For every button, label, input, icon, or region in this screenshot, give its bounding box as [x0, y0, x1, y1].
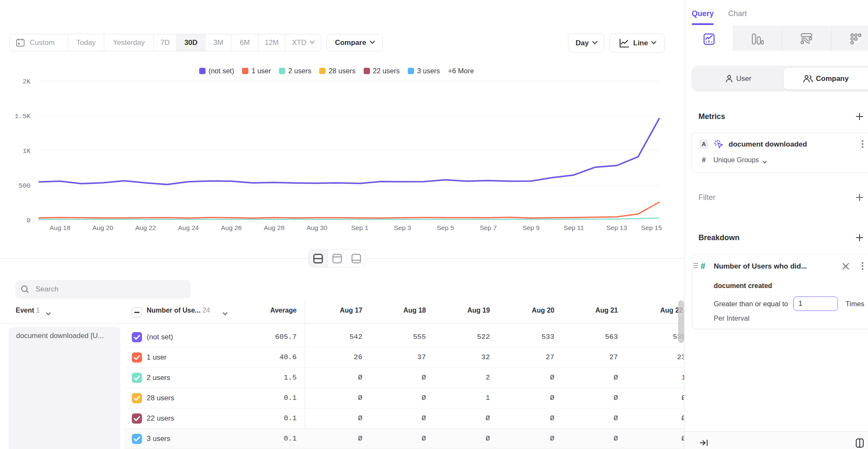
svg-text:0: 0: [27, 217, 31, 224]
svg-text:Aug 18: Aug 18: [50, 224, 70, 231]
svg-text:Sep 3: Sep 3: [394, 224, 412, 231]
svg-text:Sep 13: Sep 13: [606, 224, 627, 231]
svg-text:1.5K: 1.5K: [15, 113, 31, 120]
svg-text:Aug 20: Aug 20: [92, 224, 114, 231]
svg-text:Sep 7: Sep 7: [480, 224, 497, 231]
svg-text:Aug 24: Aug 24: [178, 224, 199, 231]
svg-text:500: 500: [19, 182, 31, 190]
svg-text:Sep 5: Sep 5: [437, 224, 454, 231]
svg-text:1K: 1K: [22, 147, 31, 155]
svg-text:2K: 2K: [22, 78, 31, 86]
svg-text:Aug 26: Aug 26: [221, 224, 242, 231]
svg-text:Sep 1: Sep 1: [351, 224, 369, 231]
svg-text:Sep 15: Sep 15: [641, 224, 662, 231]
svg-text:Aug 22: Aug 22: [135, 224, 156, 231]
svg-text:Aug 30: Aug 30: [306, 224, 328, 231]
svg-text:Aug 28: Aug 28: [264, 224, 284, 231]
svg-text:Sep 11: Sep 11: [564, 224, 584, 231]
svg-text:Sep 9: Sep 9: [523, 224, 540, 231]
